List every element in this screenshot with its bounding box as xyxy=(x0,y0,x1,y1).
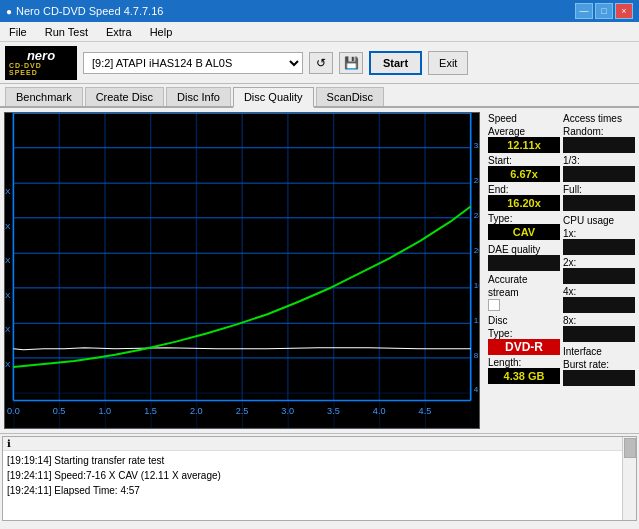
disc-type-sub-label: Type: xyxy=(488,328,560,339)
burst-value xyxy=(563,370,635,386)
menu-file[interactable]: File xyxy=(4,25,32,39)
svg-text:3.5: 3.5 xyxy=(327,406,340,416)
bottom-section: ℹ [19:19:14] Starting transfer rate test… xyxy=(0,433,639,523)
svg-text:0.5: 0.5 xyxy=(53,406,66,416)
one-third-label: 1/3: xyxy=(563,155,635,166)
close-button[interactable]: × xyxy=(615,3,633,19)
x8-label: 8x: xyxy=(563,315,635,326)
svg-text:2.0: 2.0 xyxy=(190,406,203,416)
tab-disc-info[interactable]: Disc Info xyxy=(166,87,231,106)
start-value: 6.67x xyxy=(488,166,560,182)
log-entry-1: [19:24:11] Speed:7-16 X CAV (12.11 X ave… xyxy=(7,468,632,483)
accurate-checkbox[interactable] xyxy=(488,299,500,311)
nero-logo-subtitle: CD·DVD SPEED xyxy=(9,62,73,76)
save-button[interactable]: 💾 xyxy=(339,52,363,74)
maximize-button[interactable]: □ xyxy=(595,3,613,19)
tab-create-disc[interactable]: Create Disc xyxy=(85,87,164,106)
start-button[interactable]: Start xyxy=(369,51,422,75)
type-label: Type: xyxy=(488,213,560,224)
svg-text:3.0: 3.0 xyxy=(281,406,294,416)
stream-label: stream xyxy=(488,287,560,298)
refresh-button[interactable]: ↺ xyxy=(309,52,333,74)
menu-help[interactable]: Help xyxy=(145,25,178,39)
svg-text:28: 28 xyxy=(474,176,479,185)
one-third-value xyxy=(563,166,635,182)
start-label: Start: xyxy=(488,155,560,166)
menu-extra[interactable]: Extra xyxy=(101,25,137,39)
svg-text:8: 8 xyxy=(474,351,479,360)
x4-label: 4x: xyxy=(563,286,635,297)
log-content: [19:19:14] Starting transfer rate test [… xyxy=(3,451,636,500)
end-label: End: xyxy=(488,184,560,195)
nero-logo-text: nero xyxy=(27,49,55,62)
svg-text:0.0: 0.0 xyxy=(7,406,20,416)
burst-label: Burst rate: xyxy=(563,359,635,370)
cpu-section: CPU usage 1x: 2x: 4x: 8x: xyxy=(563,215,635,342)
tab-bar: Benchmark Create Disc Disc Info Disc Qua… xyxy=(0,84,639,108)
svg-text:12 X: 12 X xyxy=(5,291,11,300)
svg-text:8 X: 8 X xyxy=(5,325,11,334)
nero-logo: nero CD·DVD SPEED xyxy=(5,46,77,80)
random-label: Random: xyxy=(563,126,635,137)
random-value xyxy=(563,137,635,153)
average-value: 12.11x xyxy=(488,137,560,153)
svg-text:24: 24 xyxy=(474,211,479,220)
x1-label: 1x: xyxy=(563,228,635,239)
toolbar: nero CD·DVD SPEED [9:2] ATAPI iHAS124 B … xyxy=(0,42,639,84)
full-label: Full: xyxy=(563,184,635,195)
chart-svg: 0.0 0.5 1.0 1.5 2.0 2.5 3.0 3.5 4.0 4.5 … xyxy=(5,113,479,428)
right-panel: Speed Average 12.11x Start: 6.67x End: 1… xyxy=(484,108,639,433)
drive-select[interactable]: [9:2] ATAPI iHAS124 B AL0S xyxy=(83,52,303,74)
svg-text:20 X: 20 X xyxy=(5,222,11,231)
tab-scan-disc[interactable]: ScanDisc xyxy=(316,87,384,106)
log-entry-2: [19:24:11] Elapsed Time: 4:57 xyxy=(7,483,632,498)
svg-text:4.0: 4.0 xyxy=(373,406,386,416)
x2-value xyxy=(563,268,635,284)
svg-text:16: 16 xyxy=(474,281,479,290)
chart-area: 0.0 0.5 1.0 1.5 2.0 2.5 3.0 3.5 4.0 4.5 … xyxy=(4,112,480,429)
exit-button[interactable]: Exit xyxy=(428,51,468,75)
tab-benchmark[interactable]: Benchmark xyxy=(5,87,83,106)
length-label: Length: xyxy=(488,357,560,368)
type-value: CAV xyxy=(488,224,560,240)
svg-text:20: 20 xyxy=(474,246,479,255)
log-panel: ℹ [19:19:14] Starting transfer rate test… xyxy=(2,436,637,521)
svg-text:2.5: 2.5 xyxy=(236,406,249,416)
title-bar-left: ● Nero CD-DVD Speed 4.7.7.16 xyxy=(6,5,163,17)
dae-value xyxy=(488,255,560,271)
average-label: Average xyxy=(488,126,560,137)
x8-value xyxy=(563,326,635,342)
interface-label: Interface xyxy=(563,346,635,357)
accurate-label: Accurate xyxy=(488,274,560,285)
interface-section: Interface Burst rate: xyxy=(563,346,635,386)
log-scrollbar[interactable] xyxy=(622,437,636,520)
svg-text:4.5: 4.5 xyxy=(419,406,432,416)
log-header: ℹ xyxy=(3,437,636,451)
log-scroll-thumb[interactable] xyxy=(624,438,636,458)
minimize-button[interactable]: — xyxy=(575,3,593,19)
app-title: Nero CD-DVD Speed 4.7.7.16 xyxy=(16,5,163,17)
log-icon: ℹ xyxy=(7,438,11,449)
svg-text:4: 4 xyxy=(474,385,479,394)
disc-type-top-label: Disc xyxy=(488,315,560,326)
menu-bar: File Run Test Extra Help xyxy=(0,22,639,42)
length-value: 4.38 GB xyxy=(488,368,560,384)
svg-text:16 X: 16 X xyxy=(5,256,11,265)
title-bar-controls: — □ × xyxy=(575,3,633,19)
stats-columns: Speed Average 12.11x Start: 6.67x End: 1… xyxy=(488,111,635,386)
menu-run-test[interactable]: Run Test xyxy=(40,25,93,39)
title-bar: ● Nero CD-DVD Speed 4.7.7.16 — □ × xyxy=(0,0,639,22)
dae-label: DAE quality xyxy=(488,244,560,255)
svg-text:32: 32 xyxy=(474,141,479,150)
full-value xyxy=(563,195,635,211)
tab-disc-quality[interactable]: Disc Quality xyxy=(233,87,314,108)
svg-text:12: 12 xyxy=(474,316,479,325)
cpu-label: CPU usage xyxy=(563,215,635,226)
left-stats-col: Speed Average 12.11x Start: 6.67x End: 1… xyxy=(488,111,560,386)
right-stats-col: Access times Random: 1/3: Full: CPU usag… xyxy=(563,111,635,386)
disc-type-value: DVD-R xyxy=(488,339,560,355)
accurate-section: Accurate stream xyxy=(488,274,560,311)
svg-text:4 X: 4 X xyxy=(5,360,11,369)
speed-label: Speed xyxy=(488,113,560,124)
accurate-checkbox-row xyxy=(488,299,560,311)
